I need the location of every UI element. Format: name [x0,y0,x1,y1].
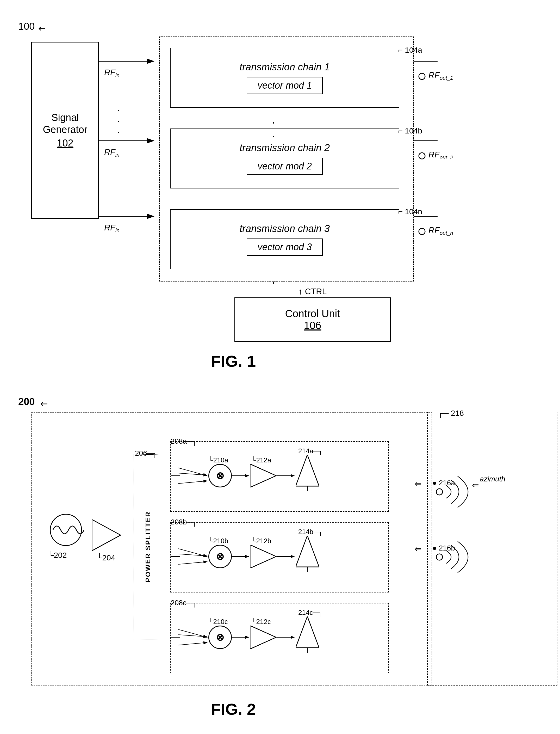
fig1-label: FIG. 1 [211,352,256,371]
svg-line-49 [178,481,207,484]
ref-200-arrow: ↙ [38,397,51,410]
svg-marker-43 [92,520,121,551]
rf-out-1-label: RFout_1 [428,70,453,81]
svg-point-41 [419,228,425,234]
svg-line-59 [178,554,207,556]
ref-100-arrow: ↙ [36,22,48,34]
rf-out-2-connector [418,152,426,161]
chain2-vector-mod: vector mod 2 [247,158,323,175]
radiation-field-box: ● 216a azimuth ⇐ ● 216b ⇐ ⇐ [427,412,557,686]
signal-generator-title: SignalGenerator [43,112,87,135]
beam-arrow-2: ⇐ [415,544,422,554]
chain-208c-box: 208c─┐ ⊗ └210c └212c 214c─┐ [170,603,389,673]
ref-216b: ● 216b [432,544,455,552]
ref-202: └202 [48,551,67,560]
azimuth-label: azimuth [480,475,505,483]
azimuth-arrows: ⇐ [472,480,479,490]
chain208a-internal-svg [171,442,389,512]
signal-generator-box: SignalGenerator 102 [31,42,99,219]
ctrl-section: ↑ CTRL Control Unit 106 [234,287,391,342]
ref-204: └204 [97,553,115,562]
svg-line-67 [178,643,207,645]
chain3-vector-mod: vector mod 3 [247,238,323,256]
fig2-diagram: 200 ↙ └202 └204 POWER SPLITTER 2 [16,391,550,717]
ref-200-label: 200 [18,396,35,408]
control-unit-ref: 106 [304,319,321,331]
chain-208b-box: 208b─┐ ⊗ └210b └212b 214b─┐ [170,522,389,593]
chain1-vector-mod: vector mod 1 [247,77,323,94]
chain1-title: transmission chain 1 [240,61,330,73]
chain1-box: transmission chain 1 vector mod 1 ⌐ 104a [170,48,399,108]
input-amplifier [92,520,123,552]
power-splitter-box: POWER SPLITTER [134,454,162,639]
chain208b-internal-svg [171,523,389,593]
chain3-box: transmission chain 3 vector mod 3 ⌐ 104n [170,209,399,269]
ref-104a: ⌐ 104a [398,46,422,54]
svg-point-73 [436,554,443,560]
chain2-title: transmission chain 2 [240,142,330,153]
svg-line-68 [178,635,207,637]
svg-point-42 [50,514,82,546]
chain-208a-box: 208a─┐ ⊗ └210a └212a 214 [170,441,389,512]
power-splitter-label: POWER SPLITTER [144,511,152,582]
ctrl-label: ↑ CTRL [234,287,391,296]
svg-line-57 [178,549,207,557]
rf-out-2-label: RFout_2 [428,150,453,160]
chain3-title: transmission chain 3 [240,223,330,234]
svg-point-40 [419,153,425,159]
rf-out-n-label: RFout_n [428,225,453,236]
beam-arrow-1: ⇐ [415,479,422,489]
ref-216a: ● 216a [432,479,455,487]
chains-outer-box: transmission chain 1 vector mod 1 ⌐ 104a… [159,36,414,281]
rf-in-label-1: RFin [104,68,120,78]
dots-separator: ··· [117,104,120,137]
svg-line-50 [178,473,207,475]
control-unit-title: Control Unit [285,308,340,319]
ref-100-label: 100 [18,21,35,32]
ref-104b: ⌐ 104b [398,126,422,135]
fig2-outer-box: └202 └204 POWER SPLITTER 206─┐ 208a─┐ [31,412,432,686]
fig2-label: FIG. 2 [211,700,256,718]
svg-line-58 [178,562,207,564]
svg-point-72 [436,489,443,495]
ref-206: 206─┐ [135,449,157,458]
chain208c-internal-svg [171,603,389,674]
svg-point-39 [419,73,425,79]
rf-out-n-connector [418,227,426,236]
fig1-diagram: 100 ↙ SignalGenerator 102 RFin RFin RFin… [16,16,550,376]
chain-dots: ·· [272,115,275,143]
ref-104n: ⌐ 104n [398,207,422,216]
control-unit-box: Control Unit 106 [234,297,391,342]
rf-in-label-3: RFin [104,223,120,233]
svg-line-48 [178,468,207,476]
signal-generator-ref: 102 [57,138,73,149]
rf-in-label-2: RFin [104,147,120,158]
oscillator-symbol [48,512,84,548]
rf-out-1-connector [418,72,426,81]
svg-line-66 [178,630,207,637]
chain2-box: transmission chain 2 vector mod 2 ⌐ 104b [170,128,399,188]
